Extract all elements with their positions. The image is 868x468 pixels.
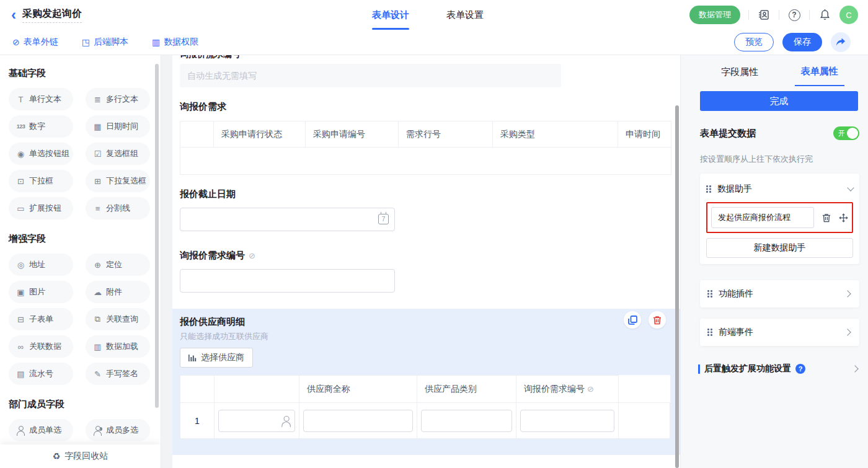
drag-handle-icon[interactable] xyxy=(707,329,712,336)
chevron-down-icon xyxy=(847,184,854,191)
field-select[interactable]: ⊡下拉框 xyxy=(9,170,73,192)
supplier-table: 供应商全称 供应产品类别 询报价需求编号 ⊘ 1 xyxy=(180,375,670,439)
link-icon: ⊘ xyxy=(12,37,20,47)
back-icon[interactable]: ‹ xyxy=(11,9,16,21)
supplier-category-input[interactable] xyxy=(421,410,512,432)
field-subform[interactable]: ⊟子表单 xyxy=(9,308,73,330)
trash-icon xyxy=(653,316,662,325)
request-table: 采购申请行状态 采购申请编号 需求行号 采购类型 申请时间 xyxy=(180,121,671,175)
field-divider[interactable]: ≡分割线 xyxy=(86,197,150,219)
request-table-header: 采购申请行状态 采购申请编号 需求行号 采购类型 申请时间 xyxy=(180,121,671,148)
field-signature[interactable]: ✎手写签名 xyxy=(86,363,150,385)
supplier-name-input[interactable] xyxy=(303,410,413,432)
tab-form-design[interactable]: 表单设计 xyxy=(372,0,409,30)
row-index: 1 xyxy=(195,416,200,426)
button-icon: ▭ xyxy=(16,204,25,213)
help-icon[interactable]: ? xyxy=(787,8,801,22)
select-icon: ⊡ xyxy=(16,177,25,186)
post-trigger-section[interactable]: 后置触发扩展功能设置 ? xyxy=(698,363,859,374)
checkbox-icon: ☑ xyxy=(93,149,102,159)
field-member-multi[interactable]: 成员多选 xyxy=(86,419,150,441)
auto-serial-input[interactable] xyxy=(180,64,561,87)
field-attachment[interactable]: ☁附件 xyxy=(86,281,150,303)
preview-button[interactable]: 预览 xyxy=(734,33,774,51)
section-title: 部门成员字段 xyxy=(9,399,152,410)
tab-field-properties[interactable]: 字段属性 xyxy=(700,57,780,86)
field-image[interactable]: ▣图片 xyxy=(9,281,73,303)
order-hint-text: 按设置顺序从上往下依次执行完 xyxy=(700,154,859,165)
share-button[interactable] xyxy=(831,32,851,52)
done-button[interactable]: 完成 xyxy=(700,91,858,111)
notification-bell-icon[interactable] xyxy=(818,8,831,22)
field-checkbox-group[interactable]: ☑复选框组 xyxy=(86,143,150,165)
image-icon: ▣ xyxy=(16,288,25,297)
delete-subform-button[interactable] xyxy=(649,311,666,329)
field-relation-query[interactable]: ⧉关联查询 xyxy=(86,308,150,330)
delete-helper-button[interactable] xyxy=(822,213,831,223)
supplier-table-header: 供应商全称 供应产品类别 询报价需求编号 ⊘ xyxy=(180,376,670,403)
recycle-icon: ♻ xyxy=(53,451,61,461)
divider xyxy=(748,10,749,20)
data-permission-link[interactable]: ▥数据权限 xyxy=(152,37,198,48)
drag-handle-icon[interactable] xyxy=(706,185,711,193)
form-toolbar: ⊘表单外链 ◳后端脚本 ▥数据权限 预览 保存 xyxy=(0,30,868,55)
tab-form-properties[interactable]: 表单属性 xyxy=(780,56,860,86)
field-ext-button[interactable]: ▭扩展按钮 xyxy=(9,197,73,219)
supplier-request-no-input[interactable] xyxy=(520,410,614,432)
field-serial-number[interactable]: ▤流水号 xyxy=(9,363,73,385)
field-multi-select[interactable]: ⊞下拉复选框 xyxy=(86,170,150,192)
field-member-single[interactable]: 成员单选 xyxy=(9,419,73,441)
sidebar-scrollbar[interactable] xyxy=(155,64,159,408)
field-datetime[interactable]: ▦日期时间 xyxy=(86,115,150,138)
field-number[interactable]: 123数字 xyxy=(9,115,73,138)
form-canvas: 询报价流水编号 询报价需求 采购申请行状态 采购申请编号 需求行号 采购类型 申… xyxy=(161,55,680,468)
app-header: ‹ 采购发起询价 表单设计 表单设置 数据管理 ? C xyxy=(0,0,868,30)
canvas-scrollbar[interactable] xyxy=(675,105,679,468)
divider xyxy=(809,10,810,20)
deadline-label: 报价截止日期 xyxy=(180,188,680,200)
number-icon: 123 xyxy=(16,123,25,130)
people-icon xyxy=(93,426,102,435)
field-address[interactable]: ◎地址 xyxy=(9,254,73,276)
eye-off-icon: ⊘ xyxy=(249,251,255,260)
section-title: 增强字段 xyxy=(9,233,152,245)
field-single-text[interactable]: T单行文本 xyxy=(9,88,73,110)
multi-text-icon: ≣ xyxy=(93,95,102,104)
deadline-date-input[interactable] xyxy=(180,208,395,231)
form-external-link[interactable]: ⊘表单外链 xyxy=(12,37,58,48)
avatar[interactable]: C xyxy=(839,6,858,24)
serial-icon: ▤ xyxy=(16,369,25,379)
field-relation-data[interactable]: ∞关联数据 xyxy=(9,335,73,358)
question-badge-icon[interactable]: ? xyxy=(795,364,805,374)
data-manage-button[interactable]: 数据管理 xyxy=(689,6,740,24)
form-sheet: 询报价流水编号 询报价需求 采购申请行状态 采购申请编号 需求行号 采购类型 申… xyxy=(172,55,680,468)
contact-book-icon[interactable] xyxy=(757,8,771,22)
move-helper-button[interactable] xyxy=(839,213,848,223)
drag-handle-icon[interactable] xyxy=(707,290,712,298)
multi-select-icon: ⊞ xyxy=(93,177,102,186)
field-locate[interactable]: ⊕定位 xyxy=(86,254,150,276)
data-helper-header[interactable]: 数据助手 xyxy=(706,179,853,200)
subform-icon: ⊟ xyxy=(16,315,25,324)
relation-data-icon: ∞ xyxy=(16,342,25,351)
save-button[interactable]: 保存 xyxy=(782,33,822,51)
frontend-event-card[interactable]: 前端事件 xyxy=(700,319,859,346)
field-recycle-bin[interactable]: ♻ 字段回收站 xyxy=(0,444,161,468)
trash-icon xyxy=(822,213,831,223)
request-no-input[interactable] xyxy=(180,269,395,293)
helper-flow-item[interactable]: 发起供应商报价流程 xyxy=(711,207,814,228)
eye-off-icon: ⊘ xyxy=(587,384,594,394)
backend-script-link[interactable]: ◳后端脚本 xyxy=(82,37,128,48)
section-title: 基础字段 xyxy=(9,68,152,79)
field-data-load[interactable]: ▥数据加载 xyxy=(86,335,150,358)
select-supplier-button[interactable]: 选择供应商 xyxy=(180,348,253,368)
field-radio-group[interactable]: ◉单选按钮组 xyxy=(9,143,73,165)
plugin-card[interactable]: 功能插件 xyxy=(700,280,859,307)
divider-icon: ≡ xyxy=(93,204,102,213)
submit-data-toggle[interactable]: 开 xyxy=(833,126,859,140)
new-data-helper-button[interactable]: 新建数据助手 xyxy=(706,238,853,258)
field-multi-text[interactable]: ≣多行文本 xyxy=(86,88,150,110)
tab-form-settings[interactable]: 表单设置 xyxy=(446,0,484,30)
page-title[interactable]: 采购发起询价 xyxy=(22,7,82,23)
duplicate-subform-button[interactable] xyxy=(624,311,641,329)
